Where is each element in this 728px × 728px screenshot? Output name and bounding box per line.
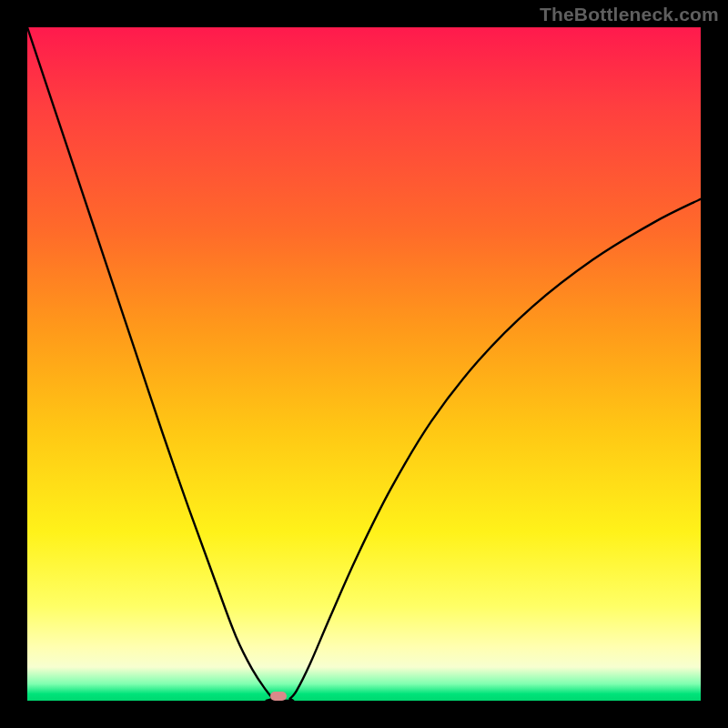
chart-frame: TheBottleneck.com (0, 0, 728, 728)
bottleneck-curve (27, 27, 701, 701)
watermark-text: TheBottleneck.com (540, 4, 719, 25)
minimum-marker (270, 692, 287, 701)
curve-path (27, 27, 701, 701)
plot-area (27, 27, 701, 701)
